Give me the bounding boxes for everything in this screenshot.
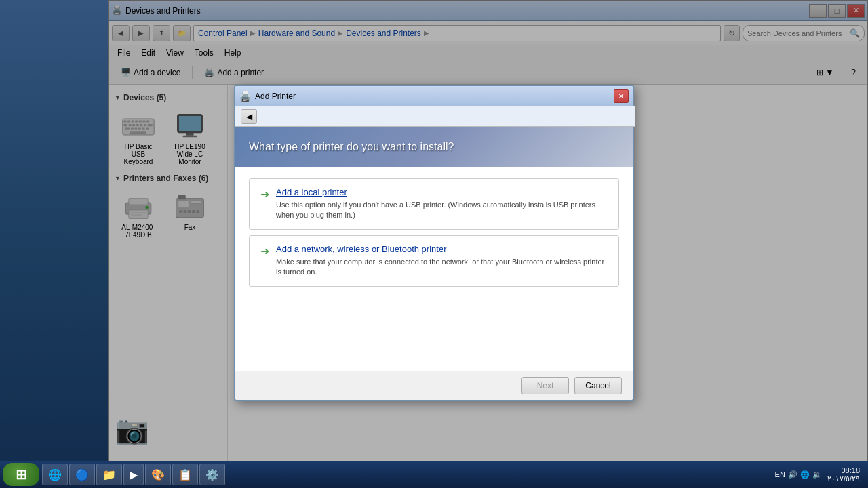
clock-time: 08:18 (827, 466, 860, 474)
network-printer-title[interactable]: Add a network, wireless or Bluetooth pri… (276, 244, 608, 254)
network-printer-arrow: ➜ (260, 245, 269, 258)
local-printer-option[interactable]: ➜ Add a local printer Use this option on… (249, 178, 619, 230)
dialog-back-button[interactable]: ◀ (241, 109, 257, 124)
taskbar-app2-button[interactable]: 📋 (172, 464, 198, 485)
taskbar: ⊞ 🌐 🔵 📁 ▶ 🎨 📋 ⚙️ EN 🔊 🌐 🔉 (0, 461, 868, 488)
dialog-title-icon: 🖨️ (239, 91, 251, 102)
taskbar-chrome-button[interactable]: 🔵 (69, 464, 95, 485)
taskbar-right: EN 🔊 🌐 🔉 08:18 ٢٠١٧/٥/٢٩ (775, 466, 865, 483)
keyboard-lang-icon: EN (775, 470, 785, 479)
taskbar-ie-button[interactable]: 🌐 (42, 464, 68, 485)
taskbar-apps: 🌐 🔵 📁 ▶ 🎨 📋 ⚙️ (42, 464, 775, 485)
dialog-title-text: Add Printer (255, 92, 614, 101)
network-printer-option[interactable]: ➜ Add a network, wireless or Bluetooth p… (249, 235, 619, 287)
local-printer-content: Add a local printer Use this option only… (276, 187, 608, 221)
clock-date: ٢٠١٧/٥/٢٩ (827, 474, 860, 483)
paint-icon: 🎨 (151, 468, 165, 481)
network-icon[interactable]: 🌐 (800, 470, 810, 479)
dialog-nav-bar: ◀ (235, 106, 635, 127)
systray: EN 🔊 🌐 🔉 (775, 470, 822, 479)
media-icon: ▶ (130, 468, 138, 481)
start-orb-icon: ⊞ (16, 466, 27, 483)
dialog-header: What type of printer do you want to inst… (235, 127, 633, 167)
dialog-body: ➜ Add a local printer Use this option on… (235, 167, 633, 371)
volume-icon[interactable]: 🔉 (812, 470, 822, 479)
app3-icon: ⚙️ (205, 468, 219, 481)
local-printer-title[interactable]: Add a local printer (276, 187, 608, 197)
taskbar-app3-button[interactable]: ⚙️ (199, 464, 225, 485)
taskbar-media-button[interactable]: ▶ (123, 464, 144, 485)
dialog-close-button[interactable]: ✕ (614, 89, 629, 103)
taskbar-paint-button[interactable]: 🎨 (145, 464, 171, 485)
local-printer-desc: Use this option only if you don't have a… (276, 200, 608, 221)
network-printer-content: Add a network, wireless or Bluetooth pri… (276, 244, 608, 278)
dialog-title-bar: 🖨️ Add Printer ✕ (235, 86, 633, 106)
network-printer-desc: Make sure that your computer is connecte… (276, 257, 608, 278)
folder-icon: 📁 (102, 468, 116, 481)
start-button[interactable]: ⊞ (3, 463, 39, 486)
cancel-button[interactable]: Cancel (574, 377, 622, 394)
app2-icon: 📋 (178, 468, 192, 481)
next-button[interactable]: Next (521, 377, 569, 394)
dialog-footer: Next Cancel (235, 371, 633, 400)
add-printer-dialog: 🖨️ Add Printer ✕ ◀ What type of printer … (234, 85, 634, 401)
local-printer-arrow: ➜ (260, 188, 269, 201)
chrome-icon: 🔵 (75, 468, 89, 481)
taskbar-folder-button[interactable]: 📁 (96, 464, 122, 485)
ie-icon: 🌐 (48, 468, 62, 481)
audio-icon[interactable]: 🔊 (788, 470, 797, 479)
dialog-header-text: What type of printer do you want to inst… (249, 141, 454, 153)
clock[interactable]: 08:18 ٢٠١٧/٥/٢٩ (827, 466, 860, 483)
